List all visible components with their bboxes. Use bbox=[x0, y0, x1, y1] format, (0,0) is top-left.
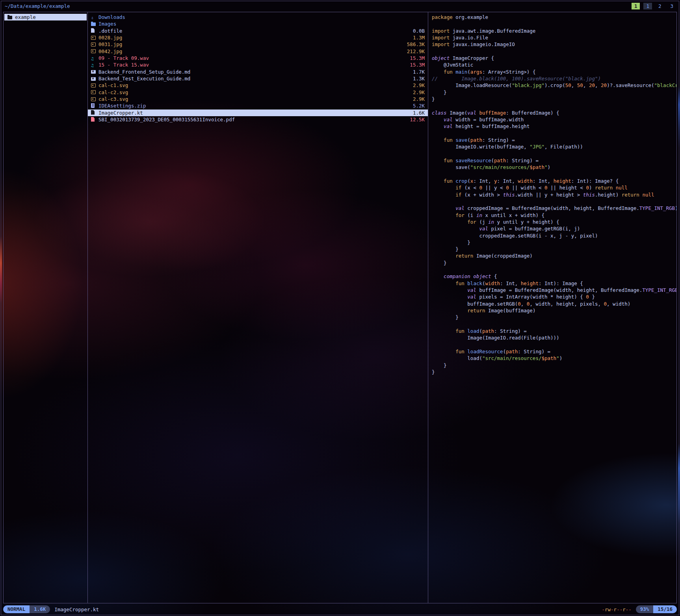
code-line: load("src/main/resources/$path") bbox=[432, 355, 676, 362]
markdown-icon bbox=[91, 76, 97, 82]
code-line bbox=[432, 321, 676, 328]
top-bar: ~/Data/example/example 1 123 bbox=[5, 2, 676, 10]
file-row[interactable]: cal-c2.svg2.9K bbox=[88, 89, 428, 96]
tab-2[interactable]: 2 bbox=[656, 3, 664, 9]
file-name: Images bbox=[98, 21, 116, 27]
task-badge: 1 bbox=[632, 3, 640, 9]
file-size: 15.3M bbox=[410, 55, 425, 61]
code-line: @JvmStatic bbox=[432, 61, 676, 68]
image-icon bbox=[91, 41, 97, 48]
file-row[interactable]: ⇩Downloads bbox=[88, 14, 428, 20]
code-line: val buffImage = BufferedImage(width, hei… bbox=[432, 287, 676, 293]
file-row[interactable]: cal-c1.svg2.9K bbox=[88, 82, 428, 89]
code-line bbox=[432, 150, 676, 157]
status-bar: NORMAL 1.6K ImageCropper.kt -rw-r--r-- 9… bbox=[3, 605, 677, 614]
file-row[interactable]: SBI_0032013739_2023_DE05_0003155631Invoi… bbox=[88, 116, 428, 123]
pdf-icon bbox=[91, 117, 97, 123]
file-row[interactable]: Images bbox=[88, 20, 428, 27]
image-icon bbox=[91, 89, 97, 96]
file-size: 2.9K bbox=[413, 89, 425, 96]
code-line: object ImageCropper { bbox=[432, 55, 676, 61]
code-line: import javax.imageio.ImageIO bbox=[432, 41, 676, 48]
code-line: fun crop(x: Int, y: Int, width: Int, hei… bbox=[432, 178, 676, 184]
sidebar-item-example[interactable]: example bbox=[4, 14, 87, 20]
file-row[interactable]: ♫09 - Track 09.wav15.3M bbox=[88, 55, 428, 61]
code-line: for (i in x until x + width) { bbox=[432, 212, 676, 219]
file-row[interactable]: ♫15 - Track 15.wav15.3M bbox=[88, 61, 428, 68]
code-line bbox=[432, 341, 676, 348]
code-line: companion object { bbox=[432, 273, 676, 280]
parent-directory-pane: example bbox=[4, 12, 88, 603]
file-size: 586.3K bbox=[407, 41, 425, 48]
code-line: } bbox=[432, 362, 676, 369]
code-line: val croppedImage = BufferedImage(width, … bbox=[432, 205, 676, 212]
file-row[interactable]: IDEAsettings.zip5.2K bbox=[88, 102, 428, 109]
file-name: cal-c2.svg bbox=[98, 89, 128, 95]
tab-3[interactable]: 3 bbox=[667, 3, 676, 9]
code-line: ImageIO.write(buffImage, "JPG", File(pat… bbox=[432, 143, 676, 150]
file-size: 2.9K bbox=[413, 96, 425, 102]
code-line: save("src/main/resources/$path") bbox=[432, 164, 676, 171]
code-line: Image.loadResource("black.jpg").crop(50,… bbox=[432, 82, 676, 89]
file-row[interactable]: .dotfile0.0B bbox=[88, 28, 428, 34]
sidebar-item-label: example bbox=[15, 14, 36, 20]
file-row[interactable]: Backend_Test_Execution_Guide.md1.3K bbox=[88, 75, 428, 82]
file-name: .dotfile bbox=[98, 28, 122, 34]
current-path: ~/Data/example/example bbox=[5, 3, 70, 9]
file-name: cal-c3.svg bbox=[98, 96, 128, 102]
file-name: 0042.jpg bbox=[98, 48, 122, 54]
wallpaper-edge-right bbox=[678, 0, 680, 616]
file-row[interactable]: 0031.jpg586.3K bbox=[88, 41, 428, 48]
code-line: val pixel = buffImage.getRGB(i, j) bbox=[432, 225, 676, 232]
status-right: -rw-r--r-- 93% 15/16 bbox=[602, 605, 677, 613]
file-size: 0.0B bbox=[413, 28, 425, 34]
terminal-screen: ~/Data/example/example 1 123 example ⇩Do… bbox=[0, 0, 680, 616]
tab-1[interactable]: 1 bbox=[643, 3, 652, 9]
file-row[interactable]: ImageCropper.kt1.6K bbox=[88, 109, 428, 116]
audio-icon: ♫ bbox=[91, 55, 97, 62]
file-size: 1.6K bbox=[413, 109, 425, 116]
code-line: fun loadResource(path: String) = bbox=[432, 348, 676, 355]
file-size: 212.9K bbox=[407, 48, 425, 55]
code-line: buffImage.setRGB(0, 0, width, height, pi… bbox=[432, 301, 676, 307]
file-row[interactable]: Backend_Frontend_Setup_Guide.md1.7K bbox=[88, 69, 428, 75]
code-line: fun black(width: Int, height: Int): Imag… bbox=[432, 280, 676, 287]
file-row[interactable]: cal-c3.svg2.9K bbox=[88, 96, 428, 102]
code-line: // Image.black(100, 100).saveResource("b… bbox=[432, 75, 676, 82]
code-line bbox=[432, 48, 676, 55]
code-line: val width = buffImage.width bbox=[432, 116, 676, 123]
code-line: val height = buffImage.height bbox=[432, 123, 676, 130]
image-icon bbox=[91, 82, 97, 89]
code-line: } bbox=[432, 314, 676, 321]
code-line: fun saveResource(path: String) = bbox=[432, 157, 676, 164]
file-row[interactable]: 0028.jpg1.3M bbox=[88, 34, 428, 41]
code-line bbox=[432, 171, 676, 178]
image-icon bbox=[91, 35, 97, 41]
file-size: 1.3K bbox=[413, 75, 425, 82]
code-line: import java.awt.image.BufferedImage bbox=[432, 28, 676, 34]
code-line: import java.io.File bbox=[432, 34, 676, 41]
code-line: fun save(path: String) = bbox=[432, 137, 676, 143]
code-line: return Image(buffImage) bbox=[432, 307, 676, 314]
file-name: 09 - Track 09.wav bbox=[98, 55, 149, 61]
code-line: val pixels = IntArray(width * height) { … bbox=[432, 293, 676, 300]
cursor-position: 15/16 bbox=[653, 605, 677, 613]
code-line: if (x < 0 || y < 0 || width < 0 || heigh… bbox=[432, 184, 676, 191]
file-name: 15 - Track 15.wav bbox=[98, 62, 149, 68]
preview-pane: package org.example import java.awt.imag… bbox=[428, 12, 676, 603]
file-row[interactable]: 0042.jpg212.9K bbox=[88, 48, 428, 55]
code-line bbox=[432, 266, 676, 273]
wallpaper-edge-left bbox=[0, 236, 2, 303]
code-line: } bbox=[432, 369, 676, 375]
file-name: Backend_Frontend_Setup_Guide.md bbox=[98, 69, 190, 75]
code-line: if (x + width > this.width || y + height… bbox=[432, 191, 676, 198]
file-name: ImageCropper.kt bbox=[98, 110, 143, 116]
code-line: } bbox=[432, 246, 676, 252]
mode-indicator: NORMAL bbox=[3, 605, 30, 613]
code-line bbox=[432, 102, 676, 109]
code-line bbox=[432, 198, 676, 205]
code-line: fun main(args: Array<String>) { bbox=[432, 69, 676, 75]
code-line: fun load(path: String) = bbox=[432, 328, 676, 334]
audio-icon: ♫ bbox=[91, 62, 97, 69]
file-name: Backend_Test_Execution_Guide.md bbox=[98, 76, 190, 82]
